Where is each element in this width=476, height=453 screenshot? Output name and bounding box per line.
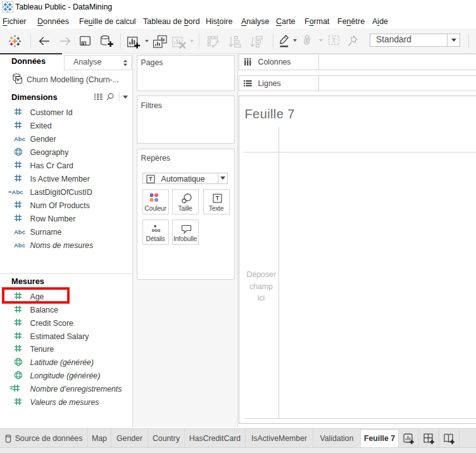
svg-text:T: T <box>332 36 336 44</box>
